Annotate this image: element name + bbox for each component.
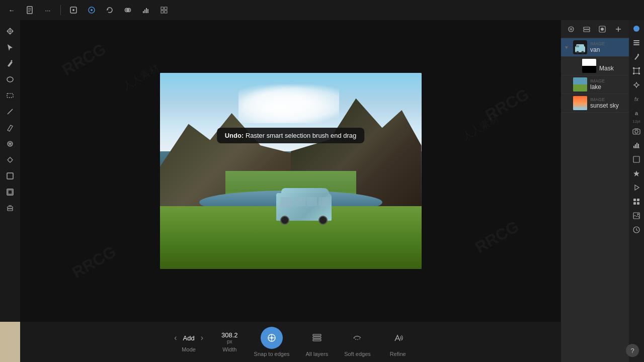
svg-rect-13 bbox=[147, 9, 148, 13]
watermark-4: RRCG bbox=[472, 217, 522, 257]
svg-rect-17 bbox=[165, 11, 167, 13]
paint-tool[interactable] bbox=[3, 56, 17, 70]
svg-rect-97 bbox=[637, 202, 639, 205]
canvas-area[interactable]: RRCG RRCG RRCG RRCG 人人素材 人人素材 bbox=[20, 20, 561, 322]
snap-to-edges-section[interactable]: Snap to edges bbox=[246, 327, 298, 357]
canvas-image[interactable]: Undo: Raster smart selection brush end d… bbox=[160, 73, 422, 269]
image-strip-button[interactable] bbox=[630, 209, 643, 222]
fx-panel-button[interactable]: fx bbox=[630, 93, 643, 106]
tool-circle[interactable] bbox=[84, 3, 99, 18]
more-button[interactable]: ··· bbox=[40, 3, 55, 18]
layers-group-button[interactable] bbox=[580, 22, 594, 36]
watermark-3: RRCG bbox=[69, 242, 119, 282]
layers-mask-button[interactable] bbox=[595, 22, 609, 36]
brush-panel-button[interactable] bbox=[630, 50, 643, 63]
all-layers-button[interactable] bbox=[306, 327, 328, 349]
svg-point-7 bbox=[91, 9, 93, 11]
color-panel-button[interactable] bbox=[630, 22, 643, 35]
layer-type-sky: Image bbox=[590, 97, 629, 102]
tool-select[interactable] bbox=[66, 3, 81, 18]
layers-panel-button[interactable] bbox=[630, 36, 643, 49]
mode-prev-button[interactable]: ‹ bbox=[172, 331, 179, 344]
watermark-2: RRCG bbox=[482, 85, 532, 125]
snap-to-edges-label: Snap to edges bbox=[254, 351, 290, 357]
filter-tool[interactable] bbox=[3, 137, 17, 151]
histogram-strip-button[interactable] bbox=[630, 139, 643, 152]
layer-expand-mask[interactable]: ▶ bbox=[573, 63, 579, 69]
watermark-cn-1: 人人素材 bbox=[120, 61, 162, 93]
svg-rect-96 bbox=[633, 202, 636, 205]
document-button[interactable] bbox=[22, 3, 37, 18]
stack-tool[interactable] bbox=[3, 201, 17, 215]
svg-rect-71 bbox=[633, 42, 639, 43]
svg-rect-66 bbox=[573, 77, 587, 84]
svg-marker-92 bbox=[633, 170, 639, 176]
svg-rect-40 bbox=[313, 334, 321, 336]
tool-grid[interactable] bbox=[156, 3, 172, 18]
navigator-panel-button[interactable] bbox=[630, 78, 643, 92]
soft-edges-section[interactable]: Soft edges bbox=[336, 327, 379, 357]
layers-add-pixel-button[interactable] bbox=[564, 22, 578, 36]
move-tool[interactable] bbox=[3, 24, 17, 38]
refine-button[interactable] bbox=[387, 327, 409, 349]
svg-rect-20 bbox=[7, 94, 13, 98]
svg-rect-51 bbox=[584, 30, 590, 32]
layer-name-lake: lake bbox=[590, 83, 629, 90]
svg-line-21 bbox=[8, 109, 13, 114]
camera-panel-button[interactable] bbox=[630, 125, 643, 138]
soft-edges-button[interactable] bbox=[346, 327, 368, 349]
width-unit: px bbox=[221, 339, 238, 344]
svg-point-62 bbox=[577, 51, 579, 54]
text-panel-button[interactable]: a bbox=[630, 107, 643, 120]
mode-arrows: ‹ Add › bbox=[172, 331, 205, 344]
mode-title: Mode bbox=[182, 346, 196, 352]
svg-point-73 bbox=[637, 54, 639, 55]
star-strip-button[interactable] bbox=[630, 167, 643, 180]
help-button[interactable]: ? bbox=[626, 344, 639, 357]
layer-info-van: Image van bbox=[590, 41, 629, 53]
svg-rect-28 bbox=[7, 173, 13, 179]
frame-strip-button[interactable] bbox=[630, 153, 643, 166]
svg-point-69 bbox=[633, 26, 639, 32]
layer-expand-sky[interactable]: ▶ bbox=[564, 101, 570, 106]
svg-point-19 bbox=[7, 77, 13, 82]
svg-rect-12 bbox=[146, 8, 147, 13]
apps-strip-button[interactable] bbox=[630, 195, 643, 208]
layer-type-mask bbox=[599, 60, 629, 65]
layer-expand-van[interactable]: ▼ bbox=[564, 45, 570, 50]
tool-blend[interactable] bbox=[120, 3, 135, 18]
svg-point-99 bbox=[637, 214, 639, 215]
svg-point-18 bbox=[11, 60, 13, 62]
svg-rect-38 bbox=[313, 339, 321, 341]
history-strip-button[interactable] bbox=[630, 223, 643, 236]
snap-to-edges-button[interactable] bbox=[261, 327, 283, 349]
all-layers-label: All layers bbox=[306, 351, 329, 357]
tool-histogram[interactable] bbox=[138, 3, 153, 18]
eraser-tool[interactable] bbox=[3, 121, 17, 135]
layers-add-button[interactable] bbox=[611, 22, 625, 36]
line-tool[interactable] bbox=[3, 105, 17, 119]
select-tool[interactable] bbox=[3, 40, 17, 54]
all-layers-section[interactable]: All layers bbox=[298, 327, 337, 357]
layer-name-sky: sunset sky bbox=[590, 102, 629, 109]
svg-rect-88 bbox=[635, 144, 636, 148]
svg-rect-65 bbox=[582, 66, 596, 73]
svg-rect-94 bbox=[633, 199, 636, 201]
frame2-tool[interactable] bbox=[3, 185, 17, 199]
play-strip-button[interactable] bbox=[630, 181, 643, 194]
mode-next-button[interactable]: › bbox=[199, 331, 205, 344]
transform-tool[interactable] bbox=[3, 153, 17, 167]
refine-section[interactable]: Refine bbox=[379, 327, 417, 357]
layer-expand-lake[interactable]: ▶ bbox=[564, 82, 570, 87]
frame-tool[interactable] bbox=[3, 169, 17, 183]
top-bar: ← ··· bbox=[0, 0, 644, 20]
transform-panel-button[interactable] bbox=[630, 64, 643, 77]
tool-rotate[interactable] bbox=[102, 3, 117, 18]
layer-info-sky: Image sunset sky bbox=[590, 97, 629, 109]
svg-rect-72 bbox=[633, 40, 639, 41]
rectangle-tool[interactable] bbox=[3, 88, 17, 103]
back-button[interactable]: ← bbox=[4, 3, 19, 18]
svg-point-63 bbox=[582, 51, 584, 54]
ellipse-tool[interactable] bbox=[3, 72, 17, 86]
divider1 bbox=[60, 5, 61, 15]
